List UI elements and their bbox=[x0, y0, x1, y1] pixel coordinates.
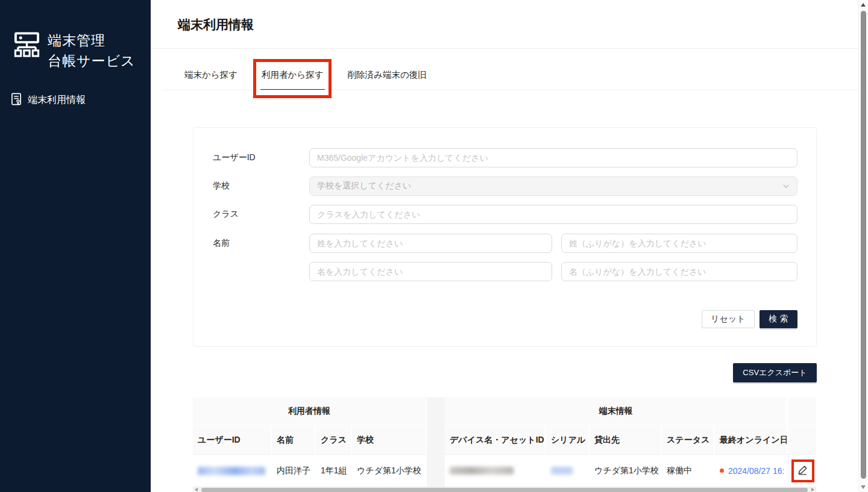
col-header-status: ステータス bbox=[662, 426, 715, 455]
tab-bar: 端末から探す 利用者から探す 削除済み端末の復旧 bbox=[183, 63, 428, 91]
cell-last-online: 2024/08/27 16: bbox=[715, 455, 788, 487]
app-logo: 端末管理 台帳サービス bbox=[13, 30, 136, 71]
cell-device-asset-id bbox=[445, 455, 546, 487]
cell-status: 稼働中 bbox=[662, 455, 715, 487]
app-title: 端末管理 台帳サービス bbox=[48, 30, 136, 71]
sitemap-icon bbox=[13, 30, 40, 61]
sidebar-item-device-usage-info[interactable]: 端末利用情報 bbox=[10, 90, 142, 110]
cell-serial bbox=[546, 455, 590, 487]
certificate-document-icon bbox=[11, 93, 22, 108]
reset-button[interactable]: リセット bbox=[702, 310, 755, 328]
tab-restore-deleted-devices[interactable]: 削除済み端末の復旧 bbox=[347, 63, 428, 91]
scroll-left-arrow-icon[interactable] bbox=[195, 488, 198, 491]
page-title: 端末利用情報 bbox=[178, 16, 254, 33]
last-online-link[interactable]: 2024/08/27 16: bbox=[728, 466, 784, 476]
first-name-kana-input[interactable] bbox=[561, 262, 797, 281]
cell-class: 1年1組 bbox=[316, 455, 352, 487]
school-select-placeholder: 学校を選択してください bbox=[317, 181, 411, 192]
table-row: 内田洋子 1年1組 ウチダ第1小学校 ウチダ第1小学校 稼働中 2024/08/… bbox=[193, 455, 816, 487]
results-table: 利用者情報 端末情報 ユーザーID 名前 クラス 学校 デバイス名・アセットID… bbox=[193, 397, 816, 487]
table-group-gap bbox=[427, 426, 445, 455]
app-title-line1: 端末管理 bbox=[48, 30, 136, 51]
school-label: 学校 bbox=[213, 181, 230, 192]
scroll-right-arrow-icon[interactable] bbox=[811, 488, 814, 491]
col-header-user-id: ユーザーID bbox=[193, 426, 272, 455]
redacted-device-name bbox=[450, 467, 514, 475]
tabs-divider bbox=[163, 90, 859, 90]
vertical-scrollbar[interactable] bbox=[858, 0, 868, 492]
group-header-action-blank bbox=[788, 397, 816, 426]
group-header-device-info: 端末情報 bbox=[445, 397, 788, 426]
school-select[interactable]: 学校を選択してください bbox=[309, 176, 797, 196]
csv-export-button[interactable]: CSVエクスポート bbox=[733, 363, 817, 382]
col-header-device-asset-id: デバイス名・アセットID bbox=[445, 426, 546, 455]
cell-school: ウチダ第1小学校 bbox=[352, 455, 427, 487]
table-group-header-row: 利用者情報 端末情報 bbox=[193, 397, 816, 426]
redacted-user-id-link[interactable] bbox=[198, 467, 265, 475]
vertical-scrollbar-thumb[interactable] bbox=[861, 11, 866, 479]
class-input[interactable] bbox=[309, 205, 797, 224]
cell-name: 内田洋子 bbox=[272, 455, 316, 487]
sidebar-item-label: 端末利用情報 bbox=[28, 94, 86, 107]
cell-user-id bbox=[193, 455, 272, 487]
tab-search-by-device[interactable]: 端末から探す bbox=[183, 63, 239, 91]
edit-row-button[interactable] bbox=[788, 455, 816, 487]
col-header-class: クラス bbox=[316, 426, 352, 455]
search-panel: ユーザーID 学校 学校を選択してください クラス 名前 リセット 検 索 bbox=[193, 127, 817, 347]
last-name-kana-input[interactable] bbox=[561, 234, 797, 253]
horizontal-scrollbar[interactable] bbox=[193, 487, 816, 492]
app-title-line2: 台帳サービス bbox=[48, 51, 136, 71]
edit-pencil-icon bbox=[797, 464, 808, 478]
status-dot bbox=[720, 469, 724, 473]
search-button[interactable]: 検 索 bbox=[760, 310, 797, 328]
scroll-up-arrow-icon[interactable] bbox=[861, 3, 866, 7]
col-header-serial: シリアル bbox=[546, 426, 590, 455]
cell-lend-to: ウチダ第1小学校 bbox=[590, 455, 662, 487]
chevron-down-icon bbox=[782, 182, 790, 191]
header-divider bbox=[151, 48, 859, 49]
user-id-label: ユーザーID bbox=[213, 152, 256, 163]
sidebar: 端末管理 台帳サービス 端末利用情報 bbox=[0, 0, 151, 492]
group-header-user-info: 利用者情報 bbox=[193, 397, 427, 426]
col-header-lend-to: 貸出先 bbox=[590, 426, 662, 455]
col-header-action-blank bbox=[788, 426, 816, 455]
col-header-last-online: 最終オンライン日時 bbox=[715, 426, 788, 455]
last-name-input[interactable] bbox=[309, 234, 552, 253]
col-header-name: 名前 bbox=[272, 426, 316, 455]
table-header-row: ユーザーID 名前 クラス 学校 デバイス名・アセットID シリアル 貸出先 ス… bbox=[193, 426, 816, 455]
col-header-school: 学校 bbox=[352, 426, 427, 455]
name-label: 名前 bbox=[213, 238, 230, 249]
first-name-input[interactable] bbox=[309, 262, 552, 281]
horizontal-scrollbar-thumb[interactable] bbox=[201, 488, 808, 492]
scroll-down-arrow-icon[interactable] bbox=[861, 485, 866, 489]
table-group-gap bbox=[427, 455, 445, 487]
user-id-input[interactable] bbox=[309, 148, 797, 167]
redacted-serial-link[interactable] bbox=[551, 467, 573, 475]
class-label: クラス bbox=[213, 209, 239, 220]
table-group-gap bbox=[427, 397, 445, 426]
tab-search-by-user[interactable]: 利用者から探す bbox=[260, 63, 325, 91]
